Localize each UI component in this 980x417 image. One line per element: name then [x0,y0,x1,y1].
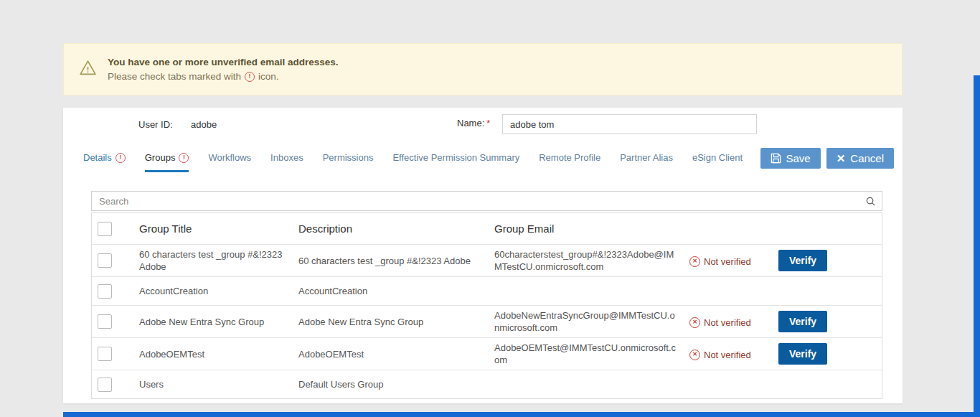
not-verified-label: Not verified [704,349,751,361]
tab-partner-alias[interactable]: Partner Alias [620,152,673,172]
verification-status-cell [684,288,773,295]
save-button[interactable]: Save [760,148,821,169]
description-cell: AdobeOEMTest [293,345,489,364]
header-description: Description [293,219,489,238]
table-row: AdobeOEMTest AdobeOEMTest AdobeOEMTest@I… [92,337,882,370]
select-all-checkbox[interactable] [98,222,112,236]
group-email-cell [489,381,684,388]
not-verified-label: Not verified [704,256,751,268]
table-row: Users Default Users Group [92,370,882,398]
table-body: 60 characters test _group #&!2323 Adobe … [92,244,882,398]
tab-workflows[interactable]: Workflows [208,152,251,172]
warning-triangle-icon: ! [78,59,98,80]
tab-esign-client[interactable]: eSign Client [692,152,743,172]
groups-table: Group Title Description Group Email 60 c… [91,212,882,399]
row-checkbox[interactable] [98,378,112,392]
user-id-value: adobe [191,119,217,130]
row-checkbox[interactable] [98,284,112,299]
table-row: AccountCreation AccountCreation [92,276,882,305]
group-title-cell: Users [133,375,293,394]
tab-groups[interactable]: Groups ! [145,152,189,172]
tab-alert-icon: ! [116,153,126,163]
header-group-title: Group Title [133,219,293,238]
tab-alert-icon: ! [179,153,189,163]
right-frame-bar [974,75,980,417]
tab-row: Details ! Groups ! Workflows Inboxes Per… [63,146,903,172]
name-input[interactable] [502,114,757,134]
verification-status-cell [684,381,773,388]
svg-text:!: ! [87,65,90,74]
not-verified-icon: ✕ [689,256,700,267]
verify-button[interactable]: Verify [778,311,827,332]
search-icon[interactable] [865,196,882,207]
table-header-row: Group Title Description Group Email [92,212,882,244]
user-detail-panel: User ID: adobe Name:* Details ! Groups !… [63,108,903,403]
tab-details[interactable]: Details ! [83,152,126,172]
not-verified-icon: ✕ [689,350,700,360]
header-group-email: Group Email [489,219,684,238]
save-icon [771,153,781,164]
table-row: 60 characters test _group #&!2323 Adobe … [92,244,882,276]
group-email-cell: 60characterstest_group#&!2323Adobe@IMMTe… [489,245,684,276]
group-email-cell [489,288,684,295]
cancel-x-icon: ✕ [837,153,846,164]
table-row: Adobe New Entra Sync Group Adobe New Ent… [92,305,882,337]
row-checkbox[interactable] [98,347,112,361]
not-verified-label: Not verified [704,317,751,329]
cancel-button[interactable]: ✕ Cancel [826,148,894,169]
verification-status-cell: ✕ Not verified [684,311,773,332]
group-title-cell: AccountCreation [133,281,293,301]
tab-permissions[interactable]: Permissions [323,152,374,172]
unverified-alert-icon: ! [245,72,255,82]
verify-button[interactable]: Verify [778,343,827,365]
name-label: Name:* [457,118,490,128]
group-title-cell: 60 characters test _group #&!2323 Adobe [133,245,293,276]
user-id-label: User ID: [138,119,173,130]
header-verify-spacer [773,225,882,233]
header-checkbox-cell [92,218,133,240]
unverified-email-banner: ! You have one or more unverified email … [63,43,903,95]
description-cell: 60 characters test _group #&!2323 Adobe [293,251,489,271]
group-search-bar [91,191,882,211]
search-input[interactable] [92,192,865,210]
description-cell: AccountCreation [293,281,489,301]
verification-status-cell: ✕ Not verified [684,250,773,271]
required-asterisk: * [486,118,490,128]
tab-bar: Details ! Groups ! Workflows Inboxes Per… [83,146,743,172]
row-checkbox[interactable] [98,253,112,268]
identity-row: User ID: adobe Name:* [63,108,903,142]
tab-inboxes[interactable]: Inboxes [270,152,303,172]
group-email-cell: AdobeNewEntraSyncGroup@IMMTestCU.onmicro… [489,306,684,337]
banner-title: You have one or more unverified email ad… [108,55,339,70]
group-email-cell: AdobeOEMTest@IMMTestCU.onmicrosoft.com [489,338,684,370]
not-verified-icon: ✕ [689,317,700,328]
row-checkbox[interactable] [98,314,112,329]
banner-subtitle: Please check tabs marked with ! icon. [108,70,339,84]
action-buttons: Save ✕ Cancel [760,146,894,169]
tab-effective-permission-summary[interactable]: Effective Permission Summary [392,152,519,172]
verify-button[interactable]: Verify [778,250,827,271]
header-status-spacer [684,225,773,233]
group-title-cell: AdobeOEMTest [133,345,293,364]
tab-remote-profile[interactable]: Remote Profile [539,152,600,172]
group-title-cell: Adobe New Entra Sync Group [133,312,293,332]
verification-status-cell: ✕ Not verified [684,343,773,365]
description-cell: Adobe New Entra Sync Group [293,312,489,332]
bottom-frame-bar [63,412,980,417]
description-cell: Default Users Group [293,375,489,394]
